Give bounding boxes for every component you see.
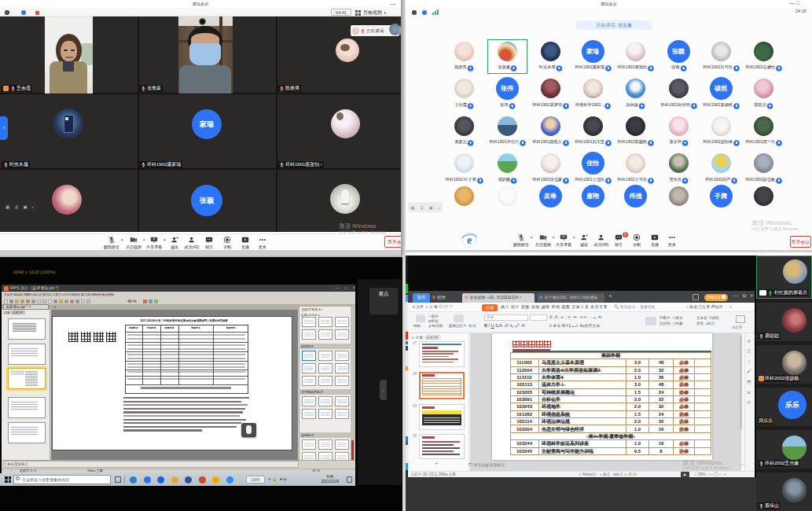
svg-text:e: e	[467, 234, 472, 246]
